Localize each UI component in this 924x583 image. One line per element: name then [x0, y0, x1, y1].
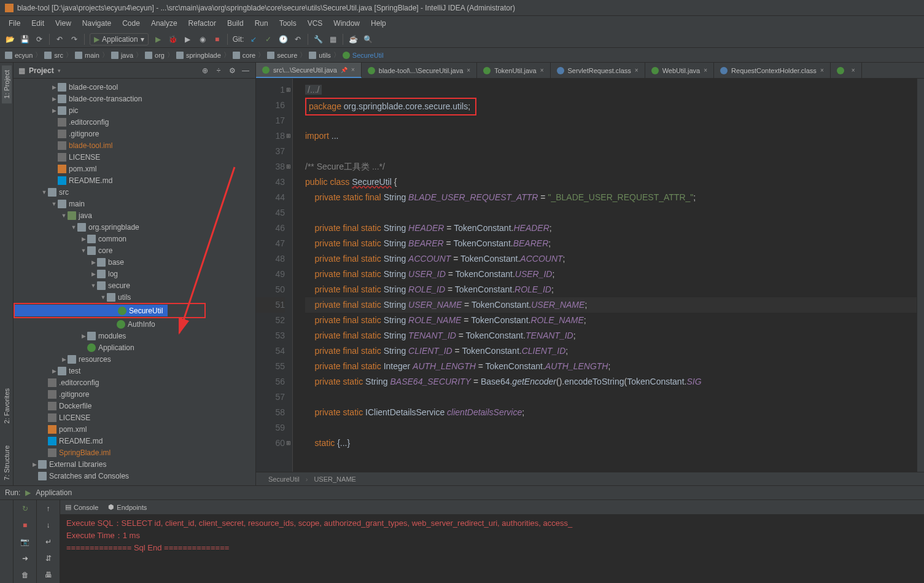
save-icon[interactable]: 💾: [20, 34, 29, 44]
code-line[interactable]: private final static String USER_ID = To…: [305, 267, 917, 282]
menu-help[interactable]: Help: [366, 18, 391, 29]
code-line[interactable]: /.../: [305, 82, 917, 98]
expand-arrow-icon[interactable]: ▶: [50, 84, 58, 90]
tree-item[interactable]: SecureUtil: [15, 305, 168, 316]
console-tab-endpoints[interactable]: ⬢Endpoints: [108, 503, 147, 511]
code-line[interactable]: private final static String ROLE_NAME = …: [305, 313, 917, 328]
breadcrumb-item[interactable]: main: [75, 52, 99, 59]
expand-arrow-icon[interactable]: ▼: [99, 294, 107, 300]
tree-item[interactable]: ▶test: [14, 365, 255, 377]
tree-item[interactable]: ▼utils: [14, 291, 255, 303]
tree-item[interactable]: ▶modules: [14, 330, 255, 342]
menu-window[interactable]: Window: [328, 18, 365, 29]
tree-item[interactable]: .editorconfig: [14, 116, 255, 128]
tree-item[interactable]: SpringBlade.iml: [14, 447, 255, 458]
line-number[interactable]: 43: [256, 174, 285, 190]
code-line[interactable]: [305, 420, 917, 436]
menu-vcs[interactable]: VCS: [303, 18, 328, 29]
tree-item[interactable]: ▶log: [14, 268, 255, 280]
vcs-history-icon[interactable]: 🕐: [278, 34, 288, 44]
editor-tab[interactable]: ×: [831, 63, 862, 78]
line-number[interactable]: 17: [256, 113, 285, 128]
close-tab-icon[interactable]: ×: [852, 67, 855, 74]
profile-icon[interactable]: ◉: [198, 34, 208, 44]
line-number[interactable]: 49: [256, 267, 285, 282]
line-number[interactable]: 59: [256, 420, 285, 436]
code-line[interactable]: public class SecureUtil {: [305, 174, 917, 190]
tree-item[interactable]: ▼src: [14, 186, 255, 198]
rerun-icon[interactable]: ↻: [19, 503, 31, 514]
expand-arrow-icon[interactable]: ▼: [70, 224, 77, 230]
code-line[interactable]: private final static String HEADER = Tok…: [305, 221, 917, 236]
code-line[interactable]: private final static String USER_NAME = …: [305, 297, 917, 313]
close-tab-icon[interactable]: ×: [635, 67, 639, 74]
line-number[interactable]: 53: [256, 328, 285, 343]
menu-view[interactable]: View: [50, 18, 76, 29]
settings-icon[interactable]: 🔧: [313, 34, 323, 44]
line-number[interactable]: 18⊞: [256, 128, 285, 144]
menu-navigate[interactable]: Navigate: [77, 18, 116, 29]
structure-tool-tab[interactable]: 7: Structure: [2, 440, 12, 485]
editor-tab[interactable]: TokenUtil.java×: [477, 63, 550, 78]
code-line[interactable]: static {...}: [305, 436, 917, 451]
code-line[interactable]: private final static String ROLE_ID = To…: [305, 282, 917, 297]
error-stripe[interactable]: [917, 79, 924, 472]
line-number[interactable]: 57: [256, 389, 285, 405]
close-tab-icon[interactable]: ×: [540, 67, 544, 74]
vcs-revert-icon[interactable]: ↶: [293, 34, 303, 44]
code-line[interactable]: [305, 389, 917, 405]
breadcrumb-item[interactable]: core: [233, 52, 255, 59]
code-line[interactable]: package org.springblade.core.secure.util…: [305, 98, 917, 113]
line-number[interactable]: 37: [256, 144, 285, 159]
bc-class[interactable]: SecureUtil: [268, 475, 300, 483]
breadcrumb-item[interactable]: springblade: [176, 52, 221, 59]
debug-icon[interactable]: 🐞: [168, 34, 178, 44]
locate-icon[interactable]: ⊕: [200, 66, 210, 76]
tree-item[interactable]: .editorconfig: [14, 377, 255, 388]
pin-icon[interactable]: 📌: [341, 67, 347, 73]
tree-item[interactable]: ▶External Libraries: [14, 458, 255, 470]
tree-item[interactable]: blade-tool.iml: [14, 139, 255, 151]
line-number[interactable]: 48: [256, 251, 285, 267]
line-number[interactable]: 50: [256, 282, 285, 297]
line-number[interactable]: 55: [256, 359, 285, 374]
expand-arrow-icon[interactable]: ▼: [60, 213, 68, 219]
up-icon[interactable]: ↑: [42, 503, 55, 514]
fold-icon[interactable]: ⊞: [286, 159, 291, 174]
expand-arrow-icon[interactable]: ▶: [50, 368, 58, 374]
tree-item[interactable]: ▼main: [14, 198, 255, 209]
breadcrumb-item[interactable]: SecureUtil: [343, 52, 384, 59]
expand-arrow-icon[interactable]: ▶: [50, 108, 58, 114]
expand-arrow-icon[interactable]: ▶: [60, 356, 68, 362]
collapse-icon[interactable]: ÷: [214, 66, 223, 76]
line-number[interactable]: 38⊞: [256, 159, 285, 174]
tree-item[interactable]: ▼secure: [14, 280, 255, 291]
breadcrumb-item[interactable]: ecyun: [5, 52, 33, 59]
expand-arrow-icon[interactable]: ▶: [90, 271, 97, 277]
run-icon[interactable]: ▶: [153, 34, 163, 44]
breadcrumb-item[interactable]: secure: [267, 52, 297, 59]
exit-icon[interactable]: ➜: [19, 552, 31, 564]
menu-file[interactable]: File: [4, 18, 25, 29]
code-line[interactable]: private static final String BLADE_USER_R…: [305, 190, 917, 205]
line-gutter[interactable]: 1⊞161718⊞3738⊞43444546474849505152535455…: [256, 79, 293, 472]
expand-arrow-icon[interactable]: ▶: [90, 259, 97, 265]
menu-refactor[interactable]: Refactor: [184, 18, 221, 29]
tree-item[interactable]: ▶pic: [14, 104, 255, 116]
breadcrumb-item[interactable]: org: [145, 52, 165, 59]
expand-arrow-icon[interactable]: ▶: [31, 461, 38, 468]
tree-item[interactable]: pom.xml: [14, 423, 255, 435]
expand-arrow-icon[interactable]: ▼: [50, 201, 58, 207]
tree-item[interactable]: LICENSE: [14, 151, 255, 163]
line-number[interactable]: 45: [256, 205, 285, 221]
tree-item[interactable]: ▶common: [14, 233, 255, 245]
sdk-icon[interactable]: ☕: [348, 34, 358, 44]
tree-item[interactable]: ▼org.springblade: [14, 221, 255, 233]
code-line[interactable]: import ...: [305, 128, 917, 144]
line-number[interactable]: 56: [256, 374, 285, 389]
tree-item[interactable]: ▶base: [14, 256, 255, 268]
line-number[interactable]: 54: [256, 343, 285, 359]
menu-tools[interactable]: Tools: [274, 18, 301, 29]
bc-member[interactable]: USER_NAME: [314, 475, 355, 483]
fold-icon[interactable]: ⊞: [286, 82, 291, 98]
